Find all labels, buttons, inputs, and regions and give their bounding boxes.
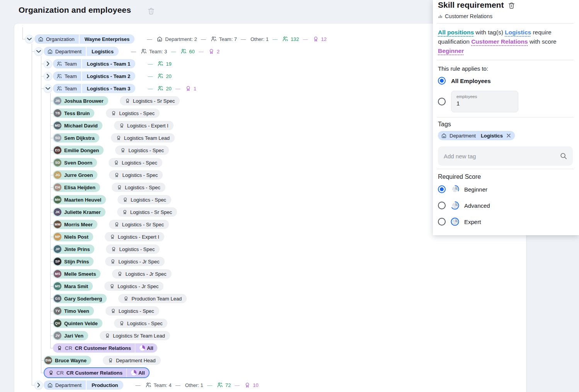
employee-pill[interactable]: TBTess Bruin <box>53 109 94 118</box>
employee-row[interactable]: JPJinte PrinsLogistics - Spec <box>53 244 160 254</box>
employee-row[interactable]: JVJari VenLogistics Sr Team Lead <box>53 331 170 340</box>
employee-row[interactable]: JKJuliette KramerLogistics - Sr Spec <box>53 207 177 217</box>
score-link[interactable]: Beginner <box>438 48 464 54</box>
employee-row[interactable]: TVTimo VeenLogistics - Spec <box>53 306 159 316</box>
employee-pill[interactable]: SPStijn Prins <box>53 257 94 266</box>
employee-pill[interactable]: QVQuinten Velde <box>53 319 102 328</box>
employee-pill[interactable]: NPNiels Post <box>53 232 93 241</box>
tree-row-organization[interactable]: OrganizationWayne Enterprises—Department… <box>25 34 327 44</box>
employee-pill[interactable]: EDEmilie Dongen <box>53 146 104 155</box>
employee-row[interactable]: NPNiels PostLogistics - Expert I <box>53 232 164 241</box>
position-pill[interactable]: Department Head <box>103 356 161 365</box>
employee-pill[interactable]: MSMara Smit <box>53 282 93 291</box>
chevron-down-icon[interactable] <box>34 47 43 56</box>
group-pill[interactable]: DepartmentProduction <box>44 380 123 390</box>
employee-pill[interactable]: EHElisa Heijden <box>53 183 100 192</box>
employee-row[interactable]: MMMorris MeerLogistics - Sr Spec <box>53 220 169 229</box>
employee-row[interactable]: SDSven DoornLogistics - Spec <box>53 158 162 167</box>
position-pill[interactable]: Logistics Sr Team Lead <box>100 331 170 340</box>
radio-selected[interactable] <box>438 185 446 193</box>
employee-row[interactable]: TBTess BruinLogistics - Spec <box>53 109 160 118</box>
employee-row[interactable]: EDEmilie DongenLogistics - Spec <box>53 146 169 155</box>
position-pill[interactable]: Logistics - Spec <box>106 244 160 254</box>
position-pill[interactable]: Logistics - Jr Spec <box>112 269 171 278</box>
tag-link[interactable]: Logistics <box>505 29 531 36</box>
group-pill[interactable]: TeamLogistics - Team 2 <box>53 71 135 81</box>
employee-row[interactable]: JGJurre GroenLogistics - Spec <box>53 170 163 180</box>
position-pill[interactable]: Logistics - Sr Spec <box>117 207 177 217</box>
employee-pill[interactable]: SDSven Doorn <box>53 158 97 167</box>
tree-row-team[interactable]: TeamLogistics - Team 1—19 <box>44 59 172 68</box>
employee-row[interactable]: MDMichael DavidLogistics - Expert I <box>53 121 174 130</box>
close-icon[interactable] <box>506 132 512 139</box>
position-pill[interactable]: Logistics - Expert I <box>105 232 164 241</box>
position-pill[interactable]: Logistics - Spec <box>109 158 162 167</box>
tree-row-team[interactable]: TeamLogistics - Team 3—20—1 <box>44 84 196 93</box>
employee-pill[interactable]: BWBruce Wayne <box>44 356 91 365</box>
employee-pill[interactable]: JKJuliette Kramer <box>53 207 106 217</box>
tree-row-department[interactable]: DepartmentLogistics—Team: 3—60—2 <box>34 47 220 56</box>
employee-pill[interactable]: MDMichael David <box>53 121 102 130</box>
position-pill[interactable]: Logistics - Spec <box>109 170 163 180</box>
employee-count-option[interactable]: employees 1 <box>438 91 573 112</box>
skill-requirement-row[interactable]: CRCR Customer RelationsAll <box>53 343 157 353</box>
trash-icon[interactable] <box>147 7 155 15</box>
radio-unselected[interactable] <box>438 202 446 209</box>
employee-row[interactable]: MHMaarten HeuvelLogistics - Spec <box>53 195 171 204</box>
employee-pill[interactable]: MMMorris Meer <box>53 220 97 229</box>
employee-row[interactable]: JBJoshua BrouwerLogistics - Sr Spec <box>53 96 180 105</box>
position-pill[interactable]: Production Team Lead <box>118 294 187 303</box>
chevron-down-icon[interactable] <box>25 35 34 43</box>
positions-link[interactable]: All positions <box>438 29 474 36</box>
employee-pill[interactable]: TVTimo Veen <box>53 306 94 316</box>
skill-pill[interactable]: CRCR Customer RelationsAll <box>53 343 157 353</box>
position-pill[interactable]: Logistics - Spec <box>112 183 165 192</box>
tag-chip-department-logistics[interactable]: Department Logistics <box>438 131 515 140</box>
chevron-right-icon[interactable] <box>44 72 52 80</box>
position-pill[interactable]: Logistics - Spec <box>106 109 160 118</box>
group-pill[interactable]: DepartmentLogistics <box>44 47 119 56</box>
employee-row[interactable]: MSMara SmitLogistics - Jr Spec <box>53 282 163 291</box>
chevron-right-icon[interactable] <box>34 381 43 389</box>
position-pill[interactable]: Logistics - Spec <box>114 319 168 328</box>
employee-pill[interactable]: JBJoshua Brouwer <box>53 96 108 105</box>
score-option-advanced[interactable]: Advanced <box>438 201 573 210</box>
score-option-expert[interactable]: Expert <box>438 217 573 226</box>
position-pill[interactable]: Logistics - Sr Spec <box>120 96 180 105</box>
employee-pill[interactable]: GSGary Soderberg <box>53 294 107 303</box>
employee-row[interactable]: EHElisa HeijdenLogistics - Spec <box>53 183 165 192</box>
employee-pill[interactable]: SDSem Dijkstra <box>53 133 99 143</box>
group-pill[interactable]: TeamLogistics - Team 3 <box>53 84 135 93</box>
add-tag-input[interactable]: Add new tag <box>438 146 573 166</box>
employee-pill[interactable]: JGJurre Groen <box>53 170 97 180</box>
tree-row-department[interactable]: DepartmentProduction—Team: 4—Other: 1—72… <box>34 380 259 390</box>
employee-pill[interactable]: MSMelle Smeets <box>53 269 100 278</box>
employee-pill[interactable]: JPJinte Prins <box>53 244 94 254</box>
search-icon[interactable] <box>560 152 567 160</box>
position-pill[interactable]: Logistics - Spec <box>106 306 159 316</box>
all-employees-option[interactable]: All Employees <box>438 77 573 85</box>
position-pill[interactable]: Logistics - Jr Spec <box>104 282 163 291</box>
employee-pill[interactable]: JVJari Ven <box>53 331 88 340</box>
skill-requirement-row[interactable]: CRCR Customer RelationsAll <box>44 368 150 377</box>
employee-row[interactable]: SPStijn PrinsLogistics - Jr Spec <box>53 257 165 266</box>
group-pill[interactable]: OrganizationWayne Enterprises <box>34 34 135 44</box>
chevron-right-icon[interactable] <box>44 59 52 68</box>
employee-pill[interactable]: MHMaarten Heuvel <box>53 195 106 204</box>
position-pill[interactable]: Logistics - Sr Spec <box>109 220 169 229</box>
employee-row[interactable]: BWBruce WayneDepartment Head <box>44 356 161 365</box>
tree-row-team[interactable]: TeamLogistics - Team 2—20 <box>44 71 172 81</box>
skill-pill-selected[interactable]: CRCR Customer RelationsAll <box>44 367 150 378</box>
employee-row[interactable]: SDSem DijkstraLogistics Team Lead <box>53 133 175 143</box>
chevron-down-icon[interactable] <box>44 84 52 93</box>
qualification-link[interactable]: Customer Relations <box>471 38 528 45</box>
employee-row[interactable]: GSGary SoderbergProduction Team Lead <box>53 294 187 303</box>
position-pill[interactable]: Logistics - Jr Spec <box>105 257 164 266</box>
position-pill[interactable]: Logistics Team Lead <box>111 133 175 143</box>
radio-unselected[interactable] <box>438 218 446 226</box>
position-pill[interactable]: Logistics - Spec <box>118 195 171 204</box>
employees-count-field[interactable]: employees 1 <box>451 91 518 112</box>
position-pill[interactable]: Logistics - Spec <box>115 146 169 155</box>
employee-row[interactable]: QVQuinten VeldeLogistics - Spec <box>53 319 167 328</box>
group-pill[interactable]: TeamLogistics - Team 1 <box>53 59 135 68</box>
